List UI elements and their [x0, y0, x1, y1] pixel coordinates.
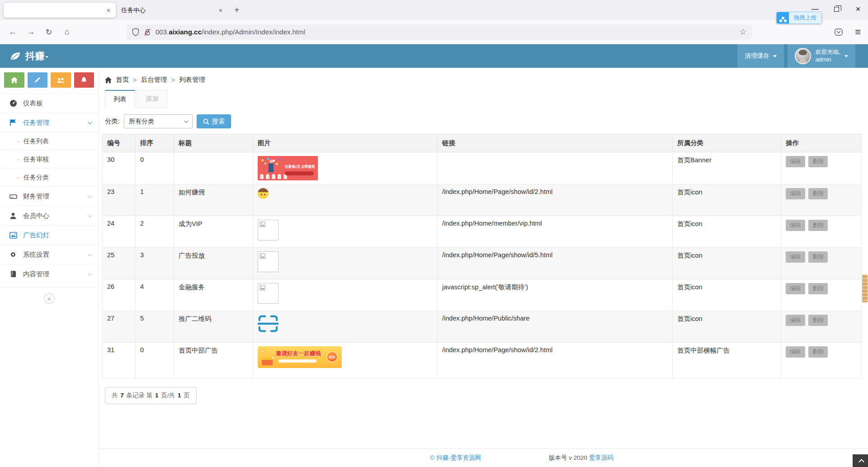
image-file-icon	[259, 222, 265, 227]
cell-actions: 编辑删除	[781, 152, 862, 184]
category-selected-value: 所有分类	[129, 118, 154, 126]
scrollbar-thumb[interactable]	[862, 274, 868, 302]
category-select[interactable]: 所有分类	[124, 114, 193, 128]
edit-button[interactable]: 编辑	[786, 315, 805, 326]
chevron-down-icon	[88, 120, 92, 124]
cell-link: /index.php/Home/member/vip.html	[438, 216, 673, 248]
delete-button[interactable]: 删除	[808, 315, 828, 326]
content-tabs: 列表 添加	[105, 90, 862, 108]
delete-button[interactable]: 删除	[808, 188, 828, 199]
col-actions: 操作	[781, 134, 862, 152]
chevron-down-icon	[844, 55, 848, 57]
cell-sort: 0	[136, 343, 174, 379]
browser-window: × 任务中心 × + — × 拖拽上传 ← → ↻ ⌂ 003.aixiang.…	[0, 0, 868, 467]
col-sort: 排序	[136, 134, 174, 152]
sidebar-item-tasks[interactable]: 任务管理	[0, 113, 98, 132]
cell-category: 首页icon	[673, 248, 781, 279]
reload-icon[interactable]: ↻	[43, 27, 54, 37]
col-image: 图片	[253, 134, 438, 152]
delete-button[interactable]: 删除	[808, 156, 828, 167]
home-quick-button[interactable]	[4, 72, 24, 88]
tab-close-icon[interactable]: ×	[219, 7, 222, 14]
user-dropdown[interactable]: 欢迎光临, admin	[788, 44, 855, 68]
browser-tab-1[interactable]: ×	[4, 3, 116, 18]
edit-button[interactable]: 编辑	[786, 220, 805, 231]
category-label: 分类:	[105, 117, 120, 126]
chevron-down-icon	[184, 118, 189, 123]
restore-icon[interactable]	[834, 7, 839, 12]
breadcrumb-home[interactable]: 首页	[116, 75, 129, 84]
cell-sort: 5	[136, 311, 174, 343]
edit-button[interactable]: 编辑	[786, 251, 805, 263]
footer-version: 版本号 v 2020 爱享源码	[549, 454, 613, 462]
cell-id: 23	[103, 184, 136, 216]
delete-button[interactable]: 删除	[808, 251, 828, 263]
sidebar-subitem-task-category[interactable]: 任务分类	[0, 168, 98, 186]
sidebar-subitem-task-list[interactable]: 任务列表	[0, 132, 98, 150]
bookmark-star-icon[interactable]: ☆	[740, 27, 746, 37]
footer-copyright-link[interactable]: © 抖赚-爱享资源网	[430, 454, 481, 462]
cell-title: 首页中部广告	[174, 343, 253, 379]
app-title: 抖赚-	[25, 50, 49, 62]
sidebar-item-settings[interactable]: 系统设置	[0, 245, 98, 264]
cell-link: /index.php/Home/Page/show/id/2.html	[438, 184, 673, 216]
edit-quick-button[interactable]	[28, 72, 48, 88]
sidebar-item-ad-slides[interactable]: 广告幻灯	[0, 225, 98, 245]
cell-actions: 编辑删除	[781, 279, 862, 311]
drag-upload-badge[interactable]: 拖拽上传	[776, 12, 822, 24]
breadcrumb: 首页 > 后台管理 > 列表管理	[102, 68, 862, 90]
tab-list[interactable]: 列表	[105, 90, 135, 108]
url-bar[interactable]: 003.aixiang.cc/index.php/Admin/Index/ind…	[127, 24, 752, 40]
drive-icon	[8, 193, 18, 200]
chevron-down-icon	[88, 213, 92, 217]
table-row: 253广告投放/index.php/Home/Page/show/id/5.ht…	[103, 248, 862, 279]
cartoon-avatar-image	[258, 188, 269, 199]
broken-image-placeholder	[258, 251, 278, 272]
menu-icon[interactable]: ≡	[855, 26, 861, 38]
page-footer: © 抖赚-爱享资源网 版本号 v 2020 爱享源码	[99, 448, 868, 467]
notifications-quick-button[interactable]	[74, 72, 94, 88]
app-logo[interactable]: 抖赚-	[0, 44, 59, 68]
chevron-up-icon	[859, 459, 864, 465]
forward-icon[interactable]: →	[25, 27, 36, 37]
edit-button[interactable]: 编辑	[786, 156, 805, 167]
search-label: 搜索	[212, 118, 225, 126]
sidebar-item-dashboard[interactable]: 仪表板	[0, 93, 98, 113]
cell-sort: 2	[136, 216, 174, 248]
members-quick-button[interactable]	[51, 72, 71, 88]
workspace: 仪表板 任务管理 任务列表 任务审核 任务分类	[0, 68, 868, 467]
sidebar-subitem-label: 任务分类	[24, 174, 49, 182]
new-tab-button[interactable]: +	[234, 5, 240, 14]
cell-link	[438, 152, 673, 184]
cell-id: 26	[103, 279, 136, 311]
delete-button[interactable]: 删除	[808, 283, 828, 294]
cell-actions: 编辑删除	[781, 216, 862, 248]
search-button[interactable]: 搜索	[197, 114, 231, 128]
footer-source-link[interactable]: 爱享源码	[589, 454, 613, 461]
cell-actions: 编辑删除	[781, 248, 862, 279]
broken-image-placeholder	[258, 283, 278, 304]
sidebar-subitem-task-review[interactable]: 任务审核	[0, 150, 98, 168]
close-icon[interactable]: ×	[854, 4, 862, 14]
sidebar-item-members[interactable]: 会员中心	[0, 206, 98, 225]
table-header-row: 编号 排序 标题 图片 链接 所属分类 操作	[103, 134, 862, 152]
delete-button[interactable]: 删除	[808, 220, 828, 231]
sidebar-subitem-label: 任务列表	[24, 137, 49, 146]
tab-add[interactable]: 添加	[137, 90, 167, 108]
sidebar-collapse-button[interactable]: «	[44, 293, 55, 304]
back-icon[interactable]: ←	[7, 27, 18, 37]
cell-link: /index.php/Home/Page/show/id/2.html	[438, 343, 673, 379]
sidebar-item-content[interactable]: 内容管理	[0, 264, 98, 283]
pocket-icon[interactable]	[834, 28, 843, 37]
edit-button[interactable]: 编辑	[786, 283, 805, 294]
sidebar-item-finance[interactable]: 财务管理	[0, 186, 98, 206]
delete-button[interactable]: 删除	[808, 346, 828, 358]
browser-tab-2[interactable]: 任务中心 ×	[116, 3, 228, 18]
edit-button[interactable]: 编辑	[786, 346, 805, 358]
cell-title: 推广二维码	[174, 311, 253, 343]
home-icon[interactable]: ⌂	[61, 27, 72, 37]
back-to-top-button[interactable]	[853, 454, 868, 467]
clear-cache-dropdown[interactable]: 清理缓存	[737, 44, 784, 68]
tab-close-icon[interactable]: ×	[107, 7, 110, 14]
edit-button[interactable]: 编辑	[786, 188, 805, 199]
